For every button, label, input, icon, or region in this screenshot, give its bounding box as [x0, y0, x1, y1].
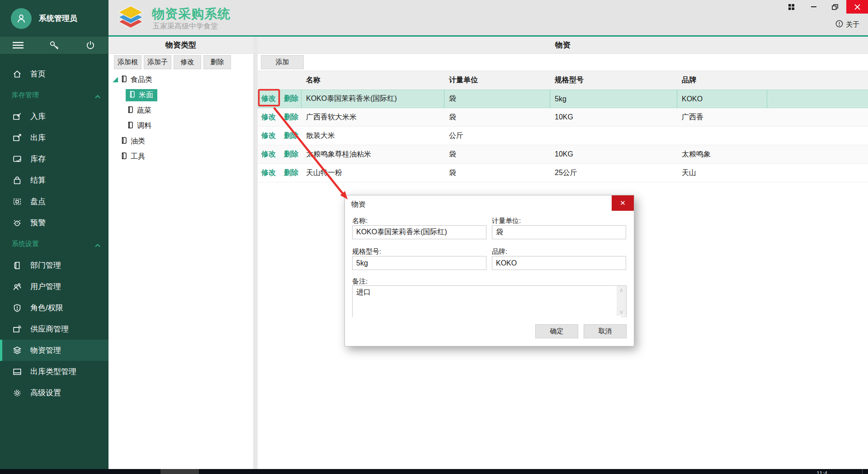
folder-icon — [128, 90, 136, 100]
sidebar-item-stock-in[interactable]: 入库 — [0, 106, 108, 127]
sidebar-section-settings[interactable]: 系统设置 — [0, 233, 108, 255]
add-material-button[interactable]: 添加 — [261, 55, 304, 69]
folder-icon — [120, 137, 127, 146]
column-header-spec: 规格型号 — [550, 76, 677, 85]
sidebar-item-stocktaking[interactable]: 盘点 — [0, 191, 108, 212]
tree-node-vegetables[interactable]: 蔬菜 — [115, 103, 253, 118]
window-close-button[interactable] — [846, 0, 868, 14]
sidebar-item-outbound-types[interactable]: 出库类型管理 — [0, 361, 108, 382]
add-child-button[interactable]: 添加子 — [144, 55, 171, 69]
close-icon: ✕ — [620, 199, 626, 207]
delete-type-button[interactable]: 删除 — [203, 55, 231, 69]
tree-node-oils[interactable]: 油类 — [108, 133, 253, 149]
sidebar-item-departments[interactable]: 部门管理 — [0, 255, 108, 276]
sidebar-item-users[interactable]: 用户管理 — [0, 276, 108, 297]
scroll-down-icon[interactable]: ∨ — [619, 308, 624, 316]
cell-unit: 袋 — [444, 145, 550, 163]
cell-unit: 公斤 — [444, 127, 550, 145]
taskbar-app-button[interactable] — [160, 469, 199, 474]
column-header-unit: 计量单位 — [444, 76, 550, 85]
materials-panel-header: 物资 — [258, 37, 868, 54]
table-row[interactable]: 修改删除 太粮鸣象尊桂油粘米 袋 10KG 太粮鸣象 — [258, 145, 868, 164]
unit-field[interactable] — [492, 225, 626, 239]
sidebar-item-stock-out[interactable]: 出库 — [0, 127, 108, 148]
cancel-button[interactable]: 取消 — [584, 324, 627, 338]
row-modify-link[interactable]: 修改 — [261, 150, 276, 159]
cell-name: 天山特一粉 — [302, 164, 444, 182]
folder-icon — [120, 152, 127, 161]
cell-extra — [767, 164, 868, 182]
sidebar-item-label: 高级设置 — [30, 388, 61, 398]
about-label: 关于 — [846, 20, 859, 29]
sidebar-item-settlement[interactable]: 结算 — [0, 170, 108, 191]
cell-extra — [767, 127, 868, 145]
tree-node-food[interactable]: 食品类 — [108, 72, 253, 87]
table-row[interactable]: 修改删除 散装大米 公斤 — [258, 127, 868, 145]
modify-type-button[interactable]: 修改 — [174, 55, 201, 69]
key-search-icon[interactable] — [41, 37, 68, 54]
sidebar-item-alert[interactable]: 预警 — [0, 212, 108, 233]
cell-brand: 太粮鸣象 — [677, 145, 767, 163]
name-field[interactable] — [352, 225, 486, 239]
tree-panel-title: 物资类型 — [165, 40, 196, 50]
tree-node-tools[interactable]: 工具 — [108, 149, 253, 164]
restore-button[interactable] — [826, 0, 844, 14]
note-scrollbar[interactable]: ∧ ∨ — [617, 286, 626, 316]
row-delete-link[interactable]: 删除 — [284, 113, 298, 122]
sidebar-item-roles[interactable]: 角色/权限 — [0, 297, 108, 318]
note-field-label: 备注: — [352, 277, 368, 286]
sidebar-section-inventory[interactable]: 库存管理 — [0, 85, 108, 106]
sidebar-item-inventory[interactable]: 库存 — [0, 148, 108, 170]
row-delete-link[interactable]: 删除 — [284, 150, 298, 159]
row-delete-link[interactable]: 删除 — [284, 94, 298, 104]
sidebar-item-label: 出库类型管理 — [30, 366, 76, 377]
row-modify-link[interactable]: 修改 — [261, 168, 276, 178]
hamburger-menu-icon[interactable] — [5, 37, 32, 54]
row-delete-link[interactable]: 删除 — [284, 131, 298, 141]
row-modify-link[interactable]: 修改 — [261, 113, 276, 122]
supplier-icon — [12, 324, 23, 335]
table-header: 名称 计量单位 规格型号 品牌 — [258, 71, 868, 90]
table-row[interactable]: 修改删除 广西香软大米米 袋 10KG 广西香 — [258, 108, 868, 127]
column-header-brand: 品牌 — [677, 76, 767, 85]
cell-extra — [767, 90, 868, 108]
chevron-up-icon — [95, 241, 100, 249]
cell-unit: 袋 — [444, 164, 550, 182]
taskbar-clock: 11:4 — [816, 470, 827, 474]
minimize-button[interactable] — [805, 0, 823, 14]
tree-expand-icon[interactable] — [111, 77, 119, 82]
tree-node-rice-flour[interactable]: 米面 — [115, 87, 253, 103]
sidebar-item-materials[interactable]: 物资管理 — [0, 340, 108, 361]
sidebar-item-home[interactable]: 首页 — [0, 63, 108, 85]
cell-spec: 10KG — [550, 145, 677, 163]
cell-unit: 袋 — [444, 90, 550, 108]
brand-field[interactable] — [492, 256, 626, 270]
ok-button[interactable]: 确定 — [535, 324, 578, 338]
table-row[interactable]: 修改删除 KOKO泰国茉莉香米(国际红) 袋 5kg KOKO — [258, 90, 868, 108]
scroll-up-icon[interactable]: ∧ — [619, 286, 624, 294]
add-root-button[interactable]: 添加根 — [114, 55, 142, 69]
cell-spec — [550, 127, 677, 145]
spec-field[interactable] — [352, 256, 486, 270]
sidebar-item-suppliers[interactable]: 供应商管理 — [0, 318, 108, 340]
unit-field-label: 计量单位: — [492, 217, 521, 225]
panel-scrollbar[interactable] — [253, 37, 258, 469]
row-modify-link[interactable]: 修改 — [261, 94, 276, 104]
show-desktop-divider[interactable] — [862, 469, 863, 474]
sidebar-item-label: 盘点 — [30, 196, 46, 207]
row-modify-link[interactable]: 修改 — [261, 131, 276, 141]
dialog-close-button[interactable]: ✕ — [612, 195, 634, 211]
row-delete-link[interactable]: 删除 — [284, 168, 298, 178]
sidebar-item-advanced-settings[interactable]: 高级设置 — [0, 382, 108, 403]
cell-unit: 袋 — [444, 108, 550, 126]
tree-node-seasoning[interactable]: 调料 — [115, 118, 253, 133]
cell-brand: 广西香 — [677, 108, 767, 126]
cell-brand — [677, 127, 767, 145]
table-row[interactable]: 修改删除 天山特一粉 袋 25公斤 天山 — [258, 164, 868, 182]
logged-in-user: 系统管理员 — [39, 13, 77, 24]
power-icon[interactable] — [77, 37, 104, 54]
apps-grid-button[interactable] — [781, 0, 801, 14]
note-field[interactable]: 进口 — [353, 286, 621, 319]
cell-extra — [767, 108, 868, 126]
about-button[interactable]: 关于 — [835, 20, 859, 29]
